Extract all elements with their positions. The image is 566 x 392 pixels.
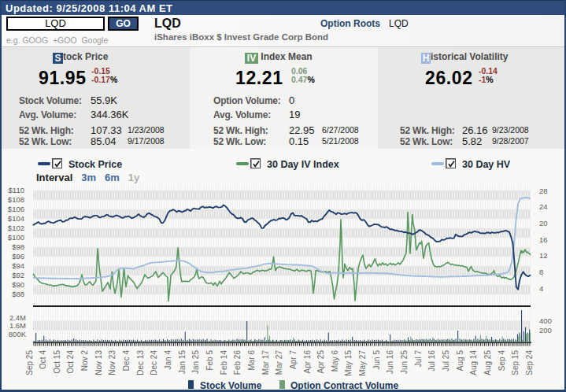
svg-text:$94: $94	[12, 261, 24, 270]
svg-text:Oct 24: Oct 24	[66, 350, 75, 374]
svg-text:$90: $90	[12, 280, 24, 289]
svg-text:Jan 25: Jan 25	[191, 350, 200, 374]
svg-text:Apr 16: Apr 16	[303, 350, 312, 374]
svg-text:8: 8	[539, 268, 543, 276]
svg-text:$98: $98	[12, 242, 24, 251]
svg-text:Feb 5: Feb 5	[205, 350, 214, 371]
svg-text:Dec 24: Dec 24	[150, 350, 158, 375]
svg-text:Aug 25: Aug 25	[483, 350, 492, 375]
svg-text:$96: $96	[12, 252, 24, 261]
svg-text:4: 4	[539, 284, 543, 293]
svg-text:Jan 4: Jan 4	[164, 350, 172, 370]
svg-text:Sep 15: Sep 15	[511, 350, 520, 375]
svg-text:$102: $102	[8, 224, 24, 232]
svg-text:16: 16	[539, 235, 548, 244]
svg-text:800K: 800K	[9, 330, 27, 338]
svg-text:Mar 17: Mar 17	[261, 350, 270, 375]
svg-text:Nov 2: Nov 2	[80, 350, 89, 372]
svg-text:12: 12	[539, 251, 548, 260]
svg-text:Jul 25: Jul 25	[442, 350, 450, 372]
svg-text:Jun 5: Jun 5	[372, 350, 381, 370]
svg-text:Sep 4: Sep 4	[498, 350, 506, 372]
svg-text:Jun 25: Jun 25	[400, 350, 409, 374]
svg-text:Mar 27: Mar 27	[275, 350, 283, 375]
svg-text:$100: $100	[8, 233, 24, 242]
svg-text:$104: $104	[8, 214, 24, 223]
svg-text:$110: $110	[9, 186, 24, 194]
svg-text:Apr 25: Apr 25	[316, 350, 325, 374]
svg-text:Sep 25: Sep 25	[25, 350, 34, 375]
svg-text:20: 20	[539, 219, 548, 227]
svg-text:Nov 13: Nov 13	[94, 350, 103, 375]
svg-text:Jul 7: Jul 7	[414, 350, 423, 368]
svg-text:May 6: May 6	[331, 350, 339, 372]
svg-text:Oct 15: Oct 15	[53, 350, 61, 374]
svg-text:Dec 4: Dec 4	[122, 350, 131, 372]
svg-text:$92: $92	[12, 271, 24, 279]
svg-text:$106: $106	[8, 205, 24, 213]
svg-text:Nov 23: Nov 23	[108, 350, 117, 375]
svg-text:28: 28	[539, 187, 548, 195]
svg-text:$108: $108	[8, 195, 24, 204]
svg-text:Feb 26: Feb 26	[233, 350, 242, 375]
svg-text:Aug 5: Aug 5	[456, 350, 464, 372]
svg-text:Oct 4: Oct 4	[39, 350, 47, 369]
svg-text:Feb 14: Feb 14	[220, 350, 228, 375]
svg-text:Apr 7: Apr 7	[289, 350, 298, 369]
svg-text:$88: $88	[12, 290, 24, 298]
svg-text:200: 200	[539, 326, 552, 335]
svg-text:Dec 13: Dec 13	[136, 350, 145, 375]
svg-text:Jun 16: Jun 16	[386, 350, 394, 374]
svg-text:Aug 14: Aug 14	[469, 350, 478, 375]
svg-text:Mar 6: Mar 6	[247, 350, 256, 371]
svg-text:Jul 16: Jul 16	[427, 350, 436, 372]
svg-text:24: 24	[539, 202, 548, 211]
svg-text:Jan 15: Jan 15	[178, 350, 187, 374]
svg-text:May 27: May 27	[358, 350, 367, 376]
svg-text:Sep 24: Sep 24	[525, 350, 534, 375]
svg-text:400: 400	[539, 316, 552, 325]
svg-text:1.6M: 1.6M	[9, 321, 26, 330]
svg-text:May 15: May 15	[344, 350, 353, 376]
svg-text:2.4M: 2.4M	[9, 313, 26, 322]
